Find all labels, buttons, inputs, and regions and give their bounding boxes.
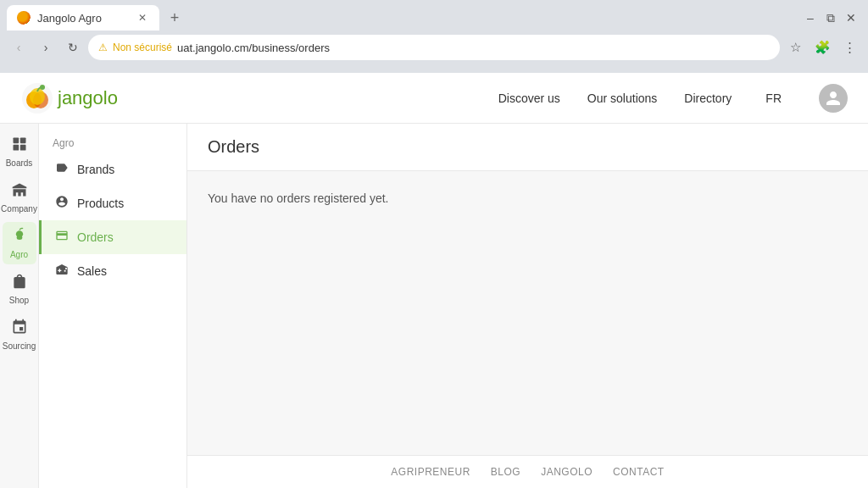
- sales-label: Sales: [77, 264, 107, 278]
- sidebar-item-orders[interactable]: Orders: [39, 220, 186, 254]
- tab-bar: Jangolo Agro ✕ + – ⧉ ✕: [0, 0, 868, 30]
- back-button[interactable]: ‹: [7, 36, 31, 59]
- boards-icon: [11, 136, 28, 157]
- bookmark-button[interactable]: ☆: [783, 36, 807, 59]
- shop-icon: [11, 273, 28, 294]
- nav-lang: FR: [765, 92, 782, 105]
- icon-strip-shop[interactable]: Shop: [3, 268, 36, 310]
- agro-icon: [11, 227, 28, 248]
- page-body: You have no orders registered yet.: [187, 171, 868, 225]
- sourcing-label: Sourcing: [3, 341, 36, 351]
- agro-label: Agro: [10, 250, 28, 259]
- maximize-button[interactable]: ⧉: [821, 8, 841, 28]
- app-container: jangolo Discover us Our solutions Direct…: [0, 73, 868, 488]
- url-text: uat.jangolo.cm/business/orders: [177, 42, 770, 54]
- icon-strip-boards[interactable]: Boards: [3, 130, 36, 173]
- nav-directory[interactable]: Directory: [684, 92, 732, 105]
- icon-strip-agro[interactable]: Agro: [3, 222, 36, 264]
- new-tab-button[interactable]: +: [163, 6, 186, 30]
- security-icon: ⚠: [98, 42, 108, 53]
- empty-message: You have no orders registered yet.: [208, 191, 848, 205]
- page-title: Orders: [208, 137, 848, 157]
- footer-jangolo[interactable]: JANGOLO: [541, 466, 593, 478]
- svg-rect-6: [19, 138, 25, 144]
- sidebar: Agro Brands Products Orders: [39, 124, 187, 488]
- forward-button[interactable]: ›: [34, 36, 58, 59]
- reload-button[interactable]: ↻: [61, 36, 85, 59]
- security-label: Non sécurisé: [113, 42, 172, 53]
- nav-avatar[interactable]: [819, 84, 848, 113]
- browser-actions: ☆ 🧩 ⋮: [783, 36, 861, 59]
- main-content: Orders You have no orders registered yet…: [187, 124, 868, 455]
- svg-point-4: [40, 85, 45, 90]
- products-label: Products: [77, 197, 124, 210]
- tab-title: Jangolo Agro: [37, 12, 102, 25]
- brands-icon: [55, 161, 69, 178]
- company-label: Company: [1, 204, 37, 214]
- sidebar-item-brands[interactable]: Brands: [39, 152, 186, 186]
- sidebar-item-sales[interactable]: Sales: [39, 254, 186, 288]
- page-header: Orders: [187, 124, 868, 171]
- address-bar[interactable]: ⚠ Non sécurisé uat.jangolo.cm/business/o…: [88, 35, 780, 60]
- extensions-button[interactable]: 🧩: [810, 36, 834, 59]
- products-icon: [55, 195, 69, 212]
- logo[interactable]: jangolo: [20, 81, 118, 115]
- svg-rect-8: [19, 145, 25, 151]
- orders-icon: [55, 229, 69, 246]
- orders-label: Orders: [77, 230, 114, 244]
- footer: AGRIPRENEUR BLOG JANGOLO CONTACT: [187, 455, 868, 488]
- logo-text: jangolo: [58, 87, 118, 109]
- icon-strip-sourcing[interactable]: Sourcing: [3, 313, 36, 356]
- sourcing-icon: [11, 319, 28, 340]
- content-area: Boards Company Agro Shop: [0, 124, 868, 488]
- top-nav: jangolo Discover us Our solutions Direct…: [0, 73, 868, 124]
- main-panel: Orders You have no orders registered yet…: [187, 124, 868, 488]
- nav-solutions[interactable]: Our solutions: [587, 92, 657, 105]
- tab-favicon: [17, 11, 31, 25]
- icon-strip-company[interactable]: Company: [3, 176, 36, 219]
- address-bar-row: ‹ › ↻ ⚠ Non sécurisé uat.jangolo.cm/busi…: [0, 30, 868, 64]
- company-icon: [11, 181, 28, 202]
- footer-blog[interactable]: BLOG: [491, 466, 520, 478]
- tab-close-button[interactable]: ✕: [136, 11, 149, 25]
- menu-button[interactable]: ⋮: [837, 36, 861, 59]
- active-tab[interactable]: Jangolo Agro ✕: [7, 5, 159, 30]
- svg-rect-7: [13, 145, 19, 151]
- svg-point-10: [16, 236, 22, 240]
- browser-chrome: Jangolo Agro ✕ + – ⧉ ✕ ‹ › ↻ ⚠ Non sécur…: [0, 0, 868, 73]
- nav-discover[interactable]: Discover us: [498, 92, 560, 105]
- sidebar-section-agro: Agro: [39, 130, 186, 152]
- shop-label: Shop: [9, 296, 29, 305]
- sidebar-item-products[interactable]: Products: [39, 186, 186, 220]
- icon-strip: Boards Company Agro Shop: [0, 124, 39, 488]
- minimize-button[interactable]: –: [800, 8, 821, 28]
- close-button[interactable]: ✕: [841, 8, 861, 28]
- brands-label: Brands: [77, 163, 114, 176]
- logo-icon: [20, 81, 54, 115]
- svg-rect-5: [13, 138, 19, 144]
- sales-icon: [55, 263, 69, 280]
- nav-links: Discover us Our solutions Directory FR: [498, 84, 848, 113]
- footer-agripreneur[interactable]: AGRIPRENEUR: [391, 466, 470, 478]
- footer-contact[interactable]: CONTACT: [613, 466, 665, 478]
- boards-label: Boards: [6, 158, 33, 168]
